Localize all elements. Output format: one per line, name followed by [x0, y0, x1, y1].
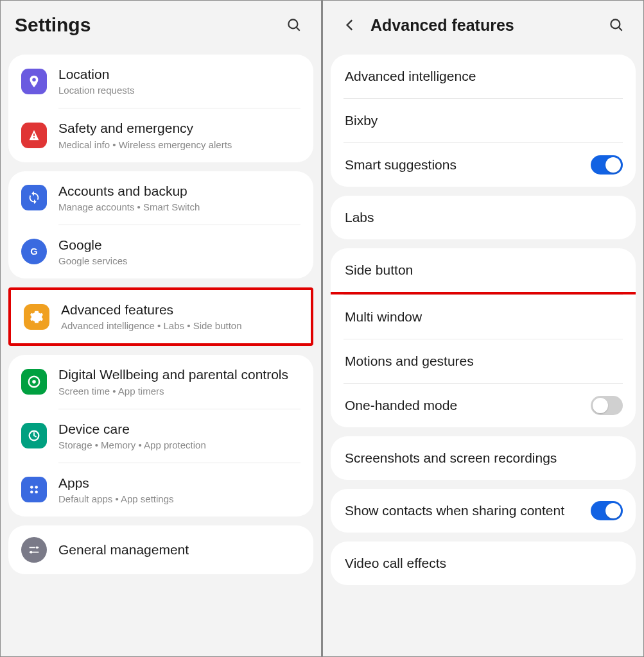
settings-item-advanced-features[interactable]: Advanced features Advanced intelligence … [11, 290, 311, 343]
settings-item-title: Location [58, 66, 300, 83]
google-icon: G [21, 239, 47, 264]
advanced-features-panel: Advanced features Advanced intelligence … [323, 1, 643, 656]
item-smart-suggestions[interactable]: Smart suggestions [331, 143, 636, 187]
search-button[interactable] [604, 12, 629, 38]
settings-item-location[interactable]: Location Location requests [8, 55, 313, 108]
settings-item-body: Accounts and backup Manage accounts • Sm… [58, 183, 300, 213]
settings-item-title: Google [58, 237, 300, 253]
item-side-button[interactable]: Side button [331, 248, 636, 292]
item-screenshots[interactable]: Screenshots and screen recordings [331, 436, 636, 480]
device-care-icon [21, 423, 47, 448]
settings-group: General management [8, 525, 313, 574]
settings-group: Accounts and backup Manage accounts • Sm… [8, 171, 313, 279]
item-title: One-handed mode [345, 397, 579, 414]
advanced-features-list[interactable]: Advanced intelligence Bixby Smart sugges… [323, 46, 643, 656]
search-button[interactable] [281, 12, 307, 38]
settings-group: Show contacts when sharing content [331, 489, 636, 533]
svg-point-0 [288, 19, 297, 28]
settings-item-general-management[interactable]: General management [8, 525, 313, 574]
settings-item-device-care[interactable]: Device care Storage • Memory • App prote… [8, 409, 313, 463]
settings-item-body: Apps Default apps • App settings [58, 475, 300, 505]
show-contacts-toggle[interactable] [591, 501, 623, 520]
settings-group-highlighted: Advanced features Advanced intelligence … [8, 287, 313, 346]
settings-item-title: General management [58, 542, 300, 558]
svg-line-13 [619, 28, 622, 31]
settings-item-title: Apps [58, 475, 300, 491]
settings-group: Video call effects [331, 542, 636, 585]
item-bixby[interactable]: Bixby [331, 99, 636, 142]
item-title: Show contacts when sharing content [345, 502, 579, 519]
svg-point-9 [35, 491, 38, 494]
sync-icon [21, 185, 47, 210]
item-title: Bixby [345, 112, 623, 129]
one-handed-toggle[interactable] [591, 396, 623, 415]
svg-point-6 [30, 486, 33, 489]
search-icon [286, 17, 302, 33]
settings-item-accounts[interactable]: Accounts and backup Manage accounts • Sm… [8, 171, 313, 225]
settings-item-body: Digital Wellbeing and parental controls … [58, 366, 300, 397]
settings-item-subtitle: Medical info • Wireless emergency alerts [58, 139, 300, 151]
item-title: Motions and gestures [345, 353, 623, 370]
smart-suggestions-toggle[interactable] [591, 155, 623, 175]
settings-item-subtitle: Manage accounts • Smart Switch [58, 201, 300, 213]
settings-item-body: Google Google services [58, 237, 300, 267]
apps-icon [21, 477, 47, 502]
settings-item-subtitle: Screen time • App timers [58, 386, 300, 397]
sliders-icon [21, 537, 47, 563]
alert-icon [21, 123, 47, 148]
settings-item-subtitle: Advanced intelligence • Labs • Side butt… [61, 320, 298, 332]
item-title: Video call effects [345, 555, 623, 572]
settings-item-subtitle: Location requests [58, 85, 300, 96]
settings-item-title: Advanced features [61, 302, 298, 318]
settings-item-title: Accounts and backup [58, 183, 300, 200]
settings-group: Advanced intelligence Bixby Smart sugges… [331, 55, 636, 187]
item-one-handed-mode[interactable]: One-handed mode [331, 384, 636, 427]
settings-group: Digital Wellbeing and parental controls … [8, 355, 313, 516]
item-motions-gestures[interactable]: Motions and gestures [331, 339, 636, 383]
advanced-features-header: Advanced features [323, 1, 643, 46]
item-title: Screenshots and screen recordings [345, 450, 623, 466]
svg-point-4 [32, 380, 36, 384]
svg-point-12 [611, 19, 620, 28]
settings-item-apps[interactable]: Apps Default apps • App settings [8, 463, 313, 516]
settings-item-body: Device care Storage • Memory • App prote… [58, 421, 300, 451]
settings-group: Labs [331, 196, 636, 239]
item-labs[interactable]: Labs [331, 196, 636, 239]
svg-point-8 [30, 491, 33, 494]
item-advanced-intelligence[interactable]: Advanced intelligence [331, 55, 636, 98]
item-title: Multi window [345, 309, 623, 325]
page-title: Settings [15, 14, 274, 36]
settings-item-subtitle: Storage • Memory • App protection [58, 439, 300, 451]
svg-point-10 [30, 551, 33, 554]
settings-item-body: Safety and emergency Medical info • Wire… [58, 120, 300, 150]
page-title: Advanced features [370, 16, 596, 35]
item-title: Smart suggestions [345, 157, 579, 173]
location-icon [21, 69, 47, 94]
settings-item-body: Advanced features Advanced intelligence … [61, 302, 298, 332]
item-video-call-effects[interactable]: Video call effects [331, 542, 636, 585]
search-icon [608, 17, 625, 33]
settings-item-safety[interactable]: Safety and emergency Medical info • Wire… [8, 108, 313, 162]
item-multi-window[interactable]: Multi window [331, 295, 636, 339]
settings-group: Location Location requests Safety and em… [8, 55, 313, 162]
svg-line-1 [297, 28, 300, 31]
settings-item-title: Digital Wellbeing and parental controls [58, 366, 300, 383]
back-button[interactable] [337, 12, 363, 38]
settings-item-wellbeing[interactable]: Digital Wellbeing and parental controls … [8, 355, 313, 408]
item-show-contacts[interactable]: Show contacts when sharing content [331, 489, 636, 533]
item-title: Labs [345, 209, 623, 226]
settings-item-subtitle: Default apps • App settings [58, 493, 300, 505]
settings-header: Settings [1, 1, 321, 46]
settings-group: Screenshots and screen recordings [331, 436, 636, 480]
item-title: Side button [345, 262, 623, 278]
wellbeing-icon [21, 369, 47, 395]
settings-list[interactable]: Location Location requests Safety and em… [1, 46, 321, 656]
svg-text:G: G [30, 246, 37, 257]
settings-item-body: General management [58, 542, 300, 558]
settings-item-subtitle: Google services [58, 255, 300, 267]
settings-panel: Settings Location Location requests [1, 1, 322, 656]
settings-item-title: Device care [58, 421, 300, 438]
settings-group: Side button Multi window Motions and ges… [331, 248, 636, 427]
settings-item-google[interactable]: G Google Google services [8, 225, 313, 278]
svg-point-11 [36, 547, 39, 549]
